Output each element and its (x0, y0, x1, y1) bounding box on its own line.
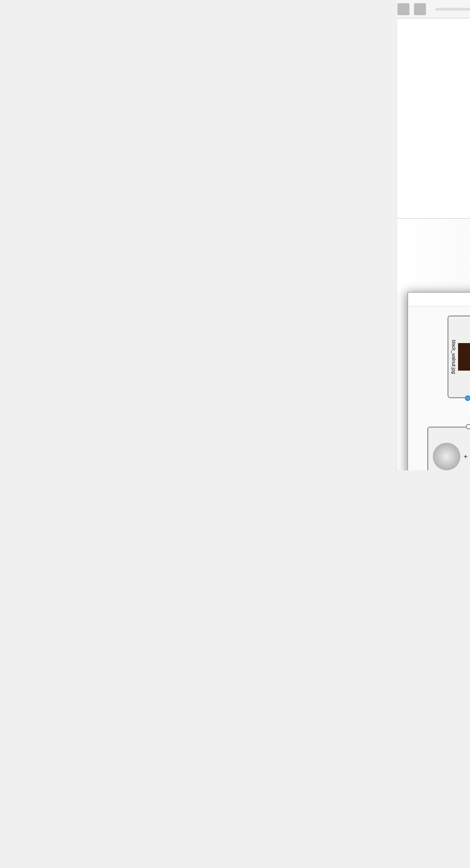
folder-icon[interactable] (397, 3, 409, 15)
plastic-node[interactable]: 塑料 漫反射 高光 凹凸 不透明度 + (427, 427, 470, 470)
zoom-slider[interactable] (435, 8, 470, 11)
library-panel: 库 材质 颜色 纹理 环境 背景 收藏夹 去噪 模型 🔍 ↻ 📁 (397, 18, 470, 219)
viewport[interactable]: 每秒帧数：43.3 时间：1m 39s 三角形：260 分辨率：872 x 87… (397, 219, 470, 470)
texture-preview (458, 343, 470, 371)
texture-node[interactable]: 纹理贴图 Dark_wood black_walnut.jpg (448, 316, 470, 398)
material-graph-window: 材质图 ─ ☐ ✕ 材质 节点 查看 窗口 名称: 塑料红色 Hard Shin… (408, 292, 470, 470)
material-ball (433, 443, 460, 470)
input-port[interactable] (466, 424, 470, 429)
mg-canvas[interactable]: 纹理贴图 Dark_wood black_walnut.jpg 塑料 漫反射 高… (408, 306, 470, 470)
download-icon[interactable] (414, 3, 426, 15)
mg-toolbar (408, 293, 470, 306)
thumbnail-grid: ashblack_wal...Dark_woodfine_grain...her… (397, 18, 470, 218)
output-port[interactable] (465, 395, 470, 401)
leftbar: 云库 (397, 0, 470, 18)
